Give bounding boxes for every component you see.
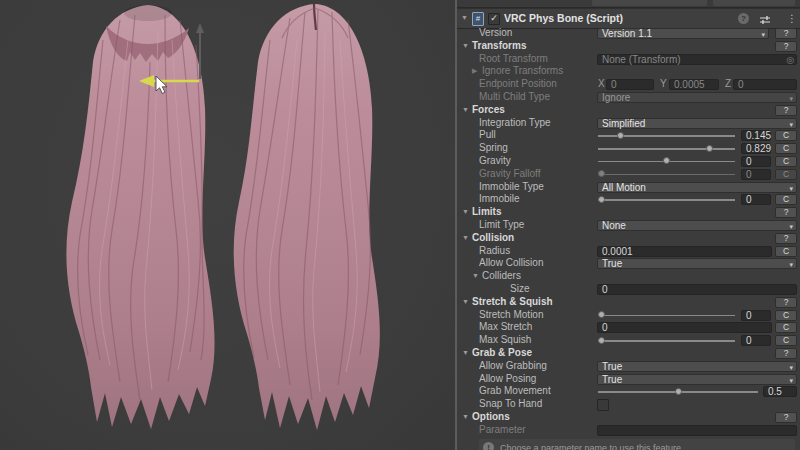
help-button[interactable]: ? xyxy=(775,297,797,308)
spring-slider-thumb[interactable] xyxy=(706,145,713,152)
gravity-value-field[interactable]: 0 xyxy=(741,156,771,167)
stretch-motion-slider-track[interactable] xyxy=(598,315,735,317)
object-picker-icon[interactable]: ◎ xyxy=(786,55,794,65)
row-ignore-transforms: ▶Ignore Transforms xyxy=(457,65,800,78)
presets-icon[interactable] xyxy=(758,12,772,25)
foldout-icon[interactable]: ▼ xyxy=(462,104,469,117)
help-button[interactable]: ? xyxy=(775,233,797,244)
immobile-slider-track[interactable] xyxy=(598,199,735,201)
pull-value-field[interactable]: 0.145 xyxy=(741,130,771,141)
grab-movement-value-field[interactable]: 0.5 xyxy=(763,386,797,397)
field-value: 0.0001 xyxy=(602,246,633,257)
foldout-icon[interactable]: ▼ xyxy=(462,411,469,424)
dropdown-value: All Motion xyxy=(602,182,646,193)
gravity-falloff-label: Gravity Falloff xyxy=(479,168,541,181)
immobile-slider-thumb[interactable] xyxy=(598,196,605,203)
grab-movement-label: Grab Movement xyxy=(479,385,551,398)
radius-label: Radius xyxy=(479,245,510,258)
foldout-icon[interactable]: ▼ xyxy=(462,347,469,360)
snap-to-hand-checkbox[interactable] xyxy=(597,399,609,411)
foldout-icon[interactable]: ▼ xyxy=(462,40,469,53)
max-squish-slider-thumb[interactable] xyxy=(598,337,605,344)
object-field-value: None (Transform) xyxy=(602,54,681,65)
chevron-down-icon: ▾ xyxy=(761,30,765,39)
copy-button[interactable]: C xyxy=(775,130,797,141)
help-button[interactable]: ? xyxy=(775,105,797,116)
size-field[interactable]: 0 xyxy=(597,284,797,295)
row-grab-pose: ▼Grab & Pose? xyxy=(457,347,800,360)
help-button[interactable]: ? xyxy=(775,41,797,52)
grab-movement-slider-thumb[interactable] xyxy=(675,388,682,395)
parameter-field[interactable] xyxy=(597,425,797,436)
foldout-icon[interactable]: ▼ xyxy=(472,270,479,283)
gizmo-y-arrowhead-icon[interactable] xyxy=(196,23,204,33)
row-options: ▼Options? xyxy=(457,411,800,424)
copy-button[interactable]: C xyxy=(775,322,797,333)
foldout-icon[interactable]: ▼ xyxy=(462,296,469,309)
spring-slider-track[interactable] xyxy=(598,148,735,150)
stretch-motion-slider-thumb[interactable] xyxy=(598,311,605,318)
immobile-type-dropdown[interactable]: All Motion▾ xyxy=(597,182,797,193)
spring-value-field[interactable]: 0.829 xyxy=(741,143,771,154)
version-label: Version xyxy=(479,27,512,40)
axis-value: 0.0005 xyxy=(674,79,705,90)
copy-button[interactable]: C xyxy=(775,169,797,180)
foldout-icon[interactable]: ▼ xyxy=(462,232,469,245)
component-header[interactable]: ▼ # ✓ VRC Phys Bone (Script) ? ⋮ xyxy=(457,8,800,29)
multi-child-type-dropdown[interactable]: Ignore▾ xyxy=(597,92,797,103)
copy-button[interactable]: C xyxy=(775,246,797,257)
foldout-icon[interactable]: ▶ xyxy=(472,65,477,78)
copy-button[interactable]: C xyxy=(775,156,797,167)
hair-mesh-back[interactable] xyxy=(234,4,380,430)
gravity-falloff-slider-track[interactable] xyxy=(598,174,735,176)
component-foldout-icon[interactable]: ▼ xyxy=(461,14,468,21)
stretch-motion-value-field[interactable]: 0 xyxy=(741,310,771,321)
immobile-value-field[interactable]: 0 xyxy=(741,194,771,205)
row-gravity: Gravity0C xyxy=(457,155,800,168)
integration-type-label: Integration Type xyxy=(479,117,551,130)
row-info: !Choose a parameter name to use this fea… xyxy=(457,437,800,450)
max-squish-value-field[interactable]: 0 xyxy=(741,335,771,346)
integration-type-dropdown[interactable]: Simplified▾ xyxy=(597,118,797,129)
chevron-down-icon: ▾ xyxy=(789,260,793,269)
allow-collision-dropdown[interactable]: True▾ xyxy=(597,258,797,269)
limit-type-dropdown[interactable]: None▾ xyxy=(597,220,797,231)
scene-view[interactable] xyxy=(0,0,455,450)
slider-value: 0 xyxy=(746,194,752,205)
axis-field-z[interactable]: 0 xyxy=(733,79,797,90)
copy-button[interactable]: C xyxy=(775,143,797,154)
axis-field-y[interactable]: 0.0005 xyxy=(669,79,719,90)
gravity-falloff-value-field[interactable]: 0 xyxy=(741,169,771,180)
gravity-slider-thumb[interactable] xyxy=(663,157,670,164)
row-radius: Radius0.0001C xyxy=(457,245,800,258)
version-dropdown[interactable]: Version 1.1▾ xyxy=(597,28,769,39)
copy-button[interactable]: C xyxy=(775,310,797,321)
allow-posing-dropdown[interactable]: True▾ xyxy=(597,374,797,385)
gravity-falloff-slider-thumb[interactable] xyxy=(598,170,605,177)
allow-grabbing-dropdown[interactable]: True▾ xyxy=(597,361,797,372)
radius-field[interactable]: 0.0001 xyxy=(597,246,772,257)
help-button[interactable]: ? xyxy=(775,412,797,423)
chevron-down-icon: ▾ xyxy=(789,363,793,372)
spring-label: Spring xyxy=(479,142,508,155)
axis-field-x[interactable]: 0 xyxy=(606,79,654,90)
component-title: VRC Phys Bone (Script) xyxy=(504,9,623,28)
snap-to-hand-label: Snap To Hand xyxy=(479,398,542,411)
copy-button[interactable]: C xyxy=(775,194,797,205)
max-stretch-field[interactable]: 0 xyxy=(597,322,772,333)
hair-mesh-front[interactable] xyxy=(66,5,214,429)
foldout-icon[interactable]: ▼ xyxy=(462,206,469,219)
copy-button[interactable]: C xyxy=(775,335,797,346)
root-transform-object-field[interactable]: None (Transform)◎ xyxy=(597,54,797,65)
more-menu-icon[interactable]: ⋮ xyxy=(785,12,799,25)
help-icon[interactable]: ? xyxy=(738,13,749,24)
help-button[interactable]: ? xyxy=(775,28,797,39)
help-button[interactable]: ? xyxy=(775,207,797,218)
max-stretch-label: Max Stretch xyxy=(479,321,532,334)
help-button[interactable]: ? xyxy=(775,348,797,359)
max-squish-slider-track[interactable] xyxy=(598,340,735,342)
info-text: Choose a parameter name to use this feat… xyxy=(500,439,681,450)
slider-value: 0.829 xyxy=(746,143,771,154)
pull-slider-thumb[interactable] xyxy=(617,132,624,139)
component-enabled-checkbox[interactable]: ✓ xyxy=(488,13,500,25)
